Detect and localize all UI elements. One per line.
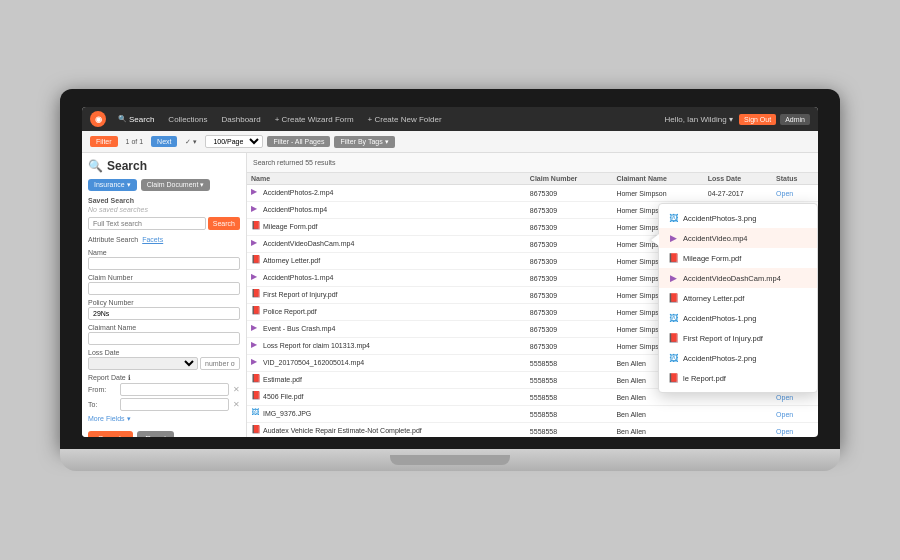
cell-name: ▶Event - Bus Crash.mp4 xyxy=(247,321,526,338)
col-header-claim: Claim Number xyxy=(526,173,613,185)
tooltip-arrow xyxy=(651,234,659,246)
cell-claimant: Ben Allen xyxy=(612,406,703,423)
page-indicator: 1 of 1 xyxy=(122,138,148,145)
tooltip-item[interactable]: ▶ AccidentVideo.mp4 xyxy=(659,228,817,248)
tooltip-item[interactable]: 📕 Mileage Form.pdf xyxy=(659,248,817,268)
cell-name: ▶VID_20170504_162005014.mp4 xyxy=(247,355,526,372)
clear-to-button[interactable]: ✕ xyxy=(233,400,240,409)
cell-name: 📕Police Report.pdf xyxy=(247,304,526,321)
file-type-icon: 📕 xyxy=(251,391,261,403)
tooltip-file-icon: 📕 xyxy=(667,331,679,345)
cell-claim: 8675309 xyxy=(526,253,613,270)
tooltip-file-icon: 🖼 xyxy=(667,311,679,325)
claim-doc-dropdown[interactable]: Claim Document ▾ xyxy=(141,179,211,191)
tooltip-item-label: AccidentPhotos-2.png xyxy=(683,354,756,363)
claim-number-field: Claim Number xyxy=(88,274,240,295)
report-date-section: Report Date ℹ From: ✕ To: ✕ xyxy=(88,374,240,411)
table-row[interactable]: ▶AccidentPhotos-2.mp4 8675309 Homer Simp… xyxy=(247,185,818,202)
full-text-input[interactable] xyxy=(88,217,206,230)
report-date-label: Report Date ℹ xyxy=(88,374,240,382)
laptop-notch xyxy=(390,455,510,465)
filter-dropdowns: Insurance ▾ Claim Document ▾ xyxy=(88,179,240,191)
results-count: Search returned 55 results xyxy=(253,159,336,166)
cell-claimant: Ben Allen xyxy=(612,423,703,438)
nav-item-create-wizard[interactable]: + Create Wizard Form xyxy=(269,113,360,126)
cell-name: 📕Attorney Letter.pdf xyxy=(247,253,526,270)
cell-name: 📕Audatex Vehicle Repair Estimate-Not Com… xyxy=(247,423,526,438)
cell-name: 📕Mileage Form.pdf xyxy=(247,219,526,236)
tooltip-file-icon: 📕 xyxy=(667,251,679,265)
loss-date-select[interactable] xyxy=(88,357,198,370)
results-table-wrap[interactable]: Name Claim Number Claimant Name Loss Dat… xyxy=(247,173,818,437)
filter-button[interactable]: Filter xyxy=(90,136,118,147)
tooltip-item[interactable]: 📕 First Report of Injury.pdf xyxy=(659,328,817,348)
cell-name: ▶AccidentPhotos.mp4 xyxy=(247,202,526,219)
cell-claim: 8675309 xyxy=(526,270,613,287)
file-type-icon: ▶ xyxy=(251,204,261,216)
tooltip-file-icon: ▶ xyxy=(667,231,679,245)
sidebar-reset-button[interactable]: Reset xyxy=(137,431,174,437)
file-type-icon: ▶ xyxy=(251,187,261,199)
table-row[interactable]: 🖼IMG_9376.JPG 5558558 Ben Allen Open xyxy=(247,406,818,423)
filter-pages-button[interactable]: Filter - All Pages xyxy=(267,136,330,147)
file-type-icon: ▶ xyxy=(251,340,261,352)
next-button[interactable]: Next xyxy=(151,136,177,147)
table-row[interactable]: 📕Audatex Vehicle Repair Estimate-Not Com… xyxy=(247,423,818,438)
tooltip-item[interactable]: 📕 le Report.pdf xyxy=(659,368,817,388)
tooltip-item[interactable]: 🖼 AccidentPhotos-1.png xyxy=(659,308,817,328)
claimant-name-input[interactable] xyxy=(88,332,240,345)
tooltip-item-label: le Report.pdf xyxy=(683,374,726,383)
cell-date: 04-27-2017 xyxy=(704,185,772,202)
nav-item-create-folder[interactable]: + Create New Folder xyxy=(362,113,448,126)
col-header-claimant: Claimant Name xyxy=(612,173,703,185)
tooltip-item-label: AccidentVideo.mp4 xyxy=(683,234,748,243)
cell-claim: 8675309 xyxy=(526,304,613,321)
table-header-row: Name Claim Number Claimant Name Loss Dat… xyxy=(247,173,818,185)
cell-claim: 5558558 xyxy=(526,423,613,438)
nav-item-collections[interactable]: Collections xyxy=(162,113,213,126)
policy-number-input[interactable] xyxy=(88,307,240,320)
tooltip-item-label: AccidentVideoDashCam.mp4 xyxy=(683,274,781,283)
facets-link[interactable]: Facets xyxy=(142,236,163,243)
name-input[interactable] xyxy=(88,257,240,270)
per-page-select[interactable]: 100/Page 50/Page 25/Page xyxy=(205,135,263,148)
policy-number-field: Policy Number xyxy=(88,299,240,320)
loss-date-number-input[interactable] xyxy=(200,357,240,370)
sidebar-search-button[interactable]: Search xyxy=(88,431,133,437)
claimant-name-field: Claimant Name xyxy=(88,324,240,345)
cell-claim: 8675309 xyxy=(526,287,613,304)
file-type-icon: 📕 xyxy=(251,306,261,318)
cell-claim: 8675309 xyxy=(526,321,613,338)
cell-name: 🖼IMG_9376.JPG xyxy=(247,406,526,423)
tooltip-item[interactable]: 🖼 AccidentPhotos-2.png xyxy=(659,348,817,368)
cell-name: 📕First Report of Injury.pdf xyxy=(247,287,526,304)
cell-claim: 8675309 xyxy=(526,202,613,219)
cell-name: ▶AccidentPhotos-1.mp4 xyxy=(247,270,526,287)
main-content: 🔍 Search Insurance ▾ Claim Document ▾ Sa… xyxy=(82,153,818,437)
text-search-button[interactable]: Search xyxy=(208,217,240,230)
cell-name: ▶AccidentPhotos-2.mp4 xyxy=(247,185,526,202)
tooltip-item[interactable]: ▶ AccidentVideoDashCam.mp4 xyxy=(659,268,817,288)
attribute-search-row: Attribute Search Facets xyxy=(88,236,240,243)
nav-item-dashboard[interactable]: Dashboard xyxy=(216,113,267,126)
saved-search-label: Saved Search xyxy=(88,197,240,204)
tooltip-item[interactable]: 📕 Attorney Letter.pdf xyxy=(659,288,817,308)
nav-item-search[interactable]: 🔍 Search xyxy=(112,113,160,126)
col-header-date: Loss Date xyxy=(704,173,772,185)
clear-from-button[interactable]: ✕ xyxy=(233,385,240,394)
saved-search-empty: No saved searches xyxy=(88,206,240,213)
tooltip-item-label: Mileage Form.pdf xyxy=(683,254,741,263)
cell-status: Open xyxy=(772,406,818,423)
more-fields-link[interactable]: More Fields ▾ xyxy=(88,415,240,423)
top-navigation: ◉ 🔍 Search Collections Dashboard + Creat… xyxy=(82,107,818,131)
tooltip-item[interactable]: 🖼 AccidentPhotos-3.png xyxy=(659,208,817,228)
claim-number-input[interactable] xyxy=(88,282,240,295)
file-type-icon: 📕 xyxy=(251,255,261,267)
cell-name: 📕Estimate.pdf xyxy=(247,372,526,389)
insurance-dropdown[interactable]: Insurance ▾ xyxy=(88,179,137,191)
signout-button[interactable]: Sign Out xyxy=(739,114,776,125)
filter-tags-button[interactable]: Filter By Tags ▾ xyxy=(334,136,394,148)
report-date-to-input[interactable] xyxy=(120,398,229,411)
report-date-from-input[interactable] xyxy=(120,383,229,396)
admin-button[interactable]: Admin xyxy=(780,114,810,125)
